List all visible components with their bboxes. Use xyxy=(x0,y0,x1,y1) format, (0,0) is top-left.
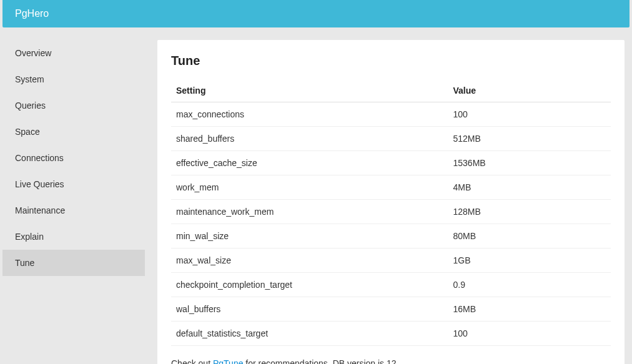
footer-suffix: for recommendations. DB version is 12. xyxy=(243,358,398,364)
settings-table: Setting Value max_connections100shared_b… xyxy=(171,79,611,346)
app-header: PgHero xyxy=(2,0,630,27)
table-row: wal_buffers16MB xyxy=(171,297,611,322)
setting-value: 1536MB xyxy=(448,151,611,175)
sidebar-item-overview[interactable]: Overview xyxy=(2,40,145,66)
table-header-value: Value xyxy=(448,79,611,102)
setting-value: 100 xyxy=(448,102,611,127)
table-row: work_mem4MB xyxy=(171,175,611,200)
sidebar-item-live-queries[interactable]: Live Queries xyxy=(2,171,145,197)
setting-name: max_connections xyxy=(171,102,448,127)
table-row: default_statistics_target100 xyxy=(171,322,611,346)
setting-name: work_mem xyxy=(171,175,448,200)
setting-value: 4MB xyxy=(448,175,611,200)
table-row: effective_cache_size1536MB xyxy=(171,151,611,175)
footer-note: Check out PgTune for recommendations. DB… xyxy=(171,358,611,364)
setting-value: 128MB xyxy=(448,200,611,224)
setting-value: 512MB xyxy=(448,127,611,151)
table-row: max_connections100 xyxy=(171,102,611,127)
table-row: min_wal_size80MB xyxy=(171,224,611,248)
table-row: shared_buffers512MB xyxy=(171,127,611,151)
setting-name: maintenance_work_mem xyxy=(171,200,448,224)
setting-name: checkpoint_completion_target xyxy=(171,273,448,297)
table-row: checkpoint_completion_target0.9 xyxy=(171,273,611,297)
sidebar-item-queries[interactable]: Queries xyxy=(2,92,145,119)
sidebar-item-system[interactable]: System xyxy=(2,66,145,92)
sidebar-item-space[interactable]: Space xyxy=(2,119,145,145)
sidebar: OverviewSystemQueriesSpaceConnectionsLiv… xyxy=(2,40,145,276)
page-title: Tune xyxy=(171,54,611,68)
sidebar-item-maintenance[interactable]: Maintenance xyxy=(2,197,145,224)
table-row: maintenance_work_mem128MB xyxy=(171,200,611,224)
setting-name: max_wal_size xyxy=(171,248,448,273)
sidebar-item-tune[interactable]: Tune xyxy=(2,250,145,276)
footer-prefix: Check out xyxy=(171,358,213,364)
setting-name: effective_cache_size xyxy=(171,151,448,175)
table-header-setting: Setting xyxy=(171,79,448,102)
setting-value: 16MB xyxy=(448,297,611,322)
setting-value: 0.9 xyxy=(448,273,611,297)
pgtune-link[interactable]: PgTune xyxy=(213,358,244,364)
table-row: max_wal_size1GB xyxy=(171,248,611,273)
setting-name: default_statistics_target xyxy=(171,322,448,346)
setting-name: shared_buffers xyxy=(171,127,448,151)
setting-value: 1GB xyxy=(448,248,611,273)
app-title: PgHero xyxy=(15,8,49,19)
setting-value: 80MB xyxy=(448,224,611,248)
sidebar-item-connections[interactable]: Connections xyxy=(2,145,145,171)
setting-value: 100 xyxy=(448,322,611,346)
sidebar-item-explain[interactable]: Explain xyxy=(2,224,145,250)
setting-name: wal_buffers xyxy=(171,297,448,322)
main-panel: Tune Setting Value max_connections100sha… xyxy=(157,40,625,364)
setting-name: min_wal_size xyxy=(171,224,448,248)
